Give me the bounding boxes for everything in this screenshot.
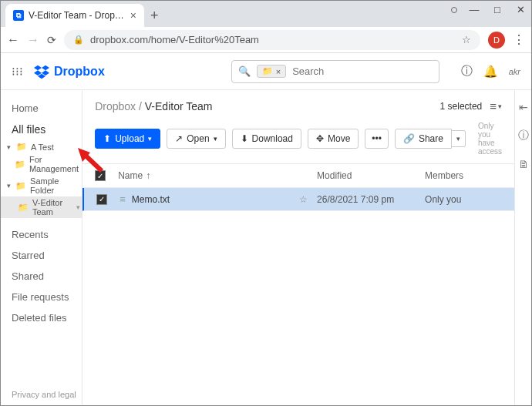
search-icon: 🔍 (232, 65, 257, 77)
dropbox-icon (34, 65, 49, 79)
select-all-checkbox[interactable]: ✓ (95, 170, 106, 181)
tab-title: V-Editor Team - Dropbox (29, 10, 126, 21)
account-initials[interactable]: akr (509, 67, 520, 76)
apps-grid-icon[interactable]: ⁝⁝⁝ (12, 65, 23, 79)
lock-icon: 🔒 (73, 35, 84, 45)
dropbox-logo[interactable]: Dropbox (34, 65, 105, 79)
breadcrumb: Dropbox / V-Editor Team (95, 100, 212, 112)
col-name-header[interactable]: Name ↑ (118, 170, 317, 181)
file-members: Only you (425, 194, 502, 205)
search-input[interactable] (286, 65, 439, 77)
text-file-icon: ≡ (120, 193, 126, 205)
address-bar[interactable]: 🔒 dropbox.com/home/V-Editor%20Team ☆ (64, 30, 480, 50)
tree-folder-sample[interactable]: ▾📁Sample Folder (1, 175, 82, 196)
app-header: ⁝⁝⁝ Dropbox 🔍 📁 × ⓘ 🔔 akr (1, 53, 531, 90)
sidebar-recents[interactable]: Recents (1, 224, 82, 245)
dropbox-favicon: ⧉ (13, 10, 24, 21)
tree-folder-veditor[interactable]: 📁V-Editor Team▾ (1, 196, 82, 218)
file-row[interactable]: ✓ ≡ Memo.txt ☆ 26/8/2021 7:09 pm Only yo… (82, 188, 514, 211)
breadcrumb-root[interactable]: Dropbox (95, 100, 136, 112)
browser-tabstrip: ⧉ V-Editor Team - Dropbox × + — □ ✕ (1, 1, 531, 27)
sidebar-file-requests[interactable]: File requests (1, 287, 82, 307)
sort-arrow-icon: ↑ (146, 170, 150, 181)
main-content: Dropbox / V-Editor Team 1 selected ≡ ▾ ⬆… (82, 90, 515, 406)
search-box[interactable]: 🔍 📁 × (231, 60, 439, 83)
sidebar: Home All files ▾📁A Test 📁For Management … (1, 90, 82, 406)
sidebar-shared[interactable]: Shared (1, 266, 82, 287)
tree-folder-management[interactable]: 📁For Management (1, 153, 82, 175)
download-button[interactable]: ⬇ Download (232, 129, 301, 149)
bookmark-star-icon[interactable]: ☆ (462, 34, 471, 45)
col-members-header[interactable]: Members (425, 170, 502, 181)
selection-count: 1 selected (440, 101, 483, 112)
star-icon[interactable]: ☆ (299, 194, 308, 205)
header-actions: ⓘ 🔔 akr (461, 64, 520, 79)
sidebar-deleted[interactable]: Deleted files (1, 307, 82, 328)
col-modified-header[interactable]: Modified (317, 170, 425, 181)
access-text: Only you have access (478, 122, 502, 156)
folder-tree: ▾📁A Test 📁For Management ▾📁Sample Folder… (1, 140, 82, 218)
sidebar-starred[interactable]: Starred (1, 245, 82, 266)
move-button[interactable]: ✥ Move (308, 129, 359, 149)
browser-menu-icon[interactable]: ⋮ (513, 32, 525, 47)
back-button[interactable]: ← (7, 33, 19, 47)
search-filter-pill[interactable]: 📁 × (257, 65, 286, 78)
file-name: Memo.txt (132, 194, 170, 205)
browser-toolbar: ← → ⟳ 🔒 dropbox.com/home/V-Editor%20Team… (1, 27, 531, 53)
close-tab-icon[interactable]: × (130, 9, 136, 22)
profile-avatar[interactable]: D (488, 32, 505, 49)
right-rail: ⇤ ⓘ 🗎 (515, 90, 531, 406)
close-window-button[interactable]: ✕ (514, 4, 527, 15)
activity-rail-icon[interactable]: 🗎 (518, 158, 529, 170)
forward-button[interactable]: → (27, 33, 39, 47)
reload-button[interactable]: ⟳ (47, 34, 56, 46)
share-dropdown[interactable]: ▾ (452, 130, 466, 147)
notifications-icon[interactable]: 🔔 (483, 65, 498, 79)
brand-text: Dropbox (54, 65, 105, 79)
help-icon[interactable]: ⓘ (461, 64, 473, 79)
browser-tab[interactable]: ⧉ V-Editor Team - Dropbox × (5, 4, 144, 27)
sidebar-all-files[interactable]: All files (1, 119, 82, 140)
action-toolbar: ⬆ Upload ▾ ↗ Open ▾ ⬇ Download ✥ Move ••… (82, 119, 514, 164)
window-controls: — □ ✕ (451, 4, 527, 15)
info-rail-icon[interactable]: ⓘ (518, 129, 529, 143)
tree-folder-atest[interactable]: ▾📁A Test (1, 140, 82, 153)
view-toggle[interactable]: ≡ ▾ (490, 99, 502, 112)
collapse-rail-icon[interactable]: ⇤ (519, 101, 528, 113)
table-header: ✓ Name ↑ Modified Members (82, 164, 514, 188)
breadcrumb-current: V-Editor Team (145, 100, 213, 112)
url-text: dropbox.com/home/V-Editor%20Team (90, 34, 259, 45)
window-account-icon[interactable] (451, 7, 457, 13)
privacy-link[interactable]: Privacy and legal (12, 390, 76, 399)
upload-button[interactable]: ⬆ Upload ▾ (95, 129, 160, 149)
share-button[interactable]: 🔗 Share (395, 129, 452, 149)
sidebar-home[interactable]: Home (1, 98, 82, 119)
maximize-button[interactable]: □ (491, 4, 503, 15)
row-checkbox[interactable]: ✓ (96, 194, 107, 205)
open-button[interactable]: ↗ Open ▾ (167, 129, 225, 149)
more-actions-button[interactable]: ••• (365, 129, 389, 149)
file-modified: 26/8/2021 7:09 pm (317, 194, 425, 205)
minimize-button[interactable]: — (468, 4, 480, 15)
new-tab-button[interactable]: + (150, 8, 159, 24)
